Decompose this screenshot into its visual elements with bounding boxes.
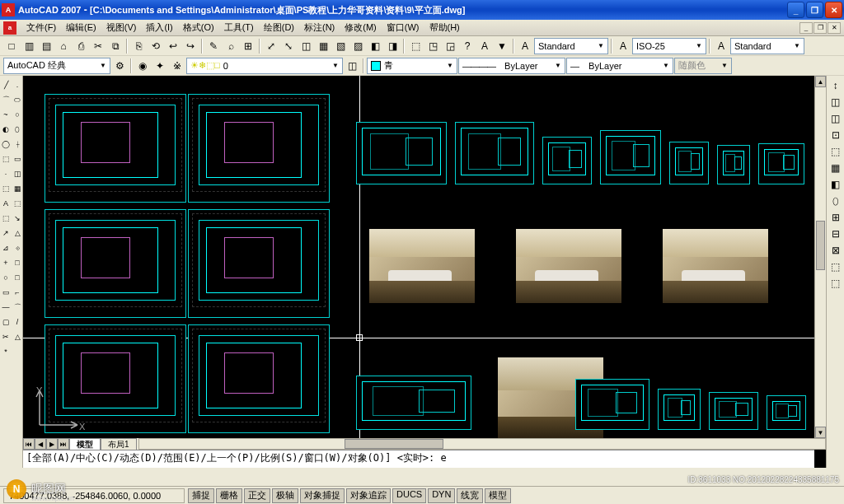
draw-tool-icon[interactable]: ▢	[0, 315, 12, 329]
color-select[interactable]: 青▼	[367, 58, 457, 74]
toolbar-button[interactable]: ↩	[165, 38, 181, 54]
draw-tool-icon[interactable]: ⬚	[0, 152, 12, 166]
modify-tool-icon[interactable]: ⊞	[828, 209, 844, 226]
modify-tool-icon[interactable]: ⬚	[828, 259, 844, 275]
modify-tool-icon[interactable]: ⬯	[828, 193, 844, 209]
window-maximize-button[interactable]: ❐	[806, 2, 823, 18]
draw-tool-icon[interactable]: ⬚	[0, 211, 12, 226]
menu-view[interactable]: 视图(V)	[101, 20, 142, 35]
draw-tool-icon[interactable]: ▭	[0, 285, 12, 300]
vertical-scrollbar[interactable]: ▲ ▼	[814, 76, 826, 438]
draw-tool-icon[interactable]: ⌐	[12, 285, 23, 300]
draw-tool-icon[interactable]: —	[0, 300, 12, 315]
draw-tool-icon[interactable]: ·	[0, 166, 12, 181]
status-toggle[interactable]: 模型	[485, 488, 511, 503]
toolbar-button[interactable]: ⟲	[148, 38, 164, 54]
draw-tool-icon[interactable]: ⬭	[12, 92, 23, 107]
modify-tool-icon[interactable]: ⬚	[828, 275, 844, 292]
scroll-down-icon[interactable]: ▼	[815, 427, 826, 438]
toolbar-button[interactable]: A	[476, 38, 493, 54]
menu-file[interactable]: 文件(F)	[21, 20, 61, 35]
status-toggle[interactable]: 捕捉	[188, 488, 214, 503]
tab-layout1[interactable]: 布局1	[101, 438, 137, 450]
tab-model[interactable]: 模型	[69, 438, 101, 450]
draw-tool-icon[interactable]: △	[12, 226, 23, 240]
status-toggle[interactable]: 线宽	[457, 488, 483, 503]
toolbar-button[interactable]: ✂	[90, 38, 106, 54]
draw-tool-icon[interactable]: ⌒	[12, 300, 23, 315]
text-style-select[interactable]: Standard▼	[534, 38, 608, 54]
style-icon[interactable]: A	[615, 38, 631, 54]
toolbar-button[interactable]: ◳	[424, 38, 441, 54]
menu-window[interactable]: 窗口(W)	[382, 20, 424, 35]
draw-tool-icon[interactable]: △	[12, 329, 23, 344]
status-toggle[interactable]: 栅格	[216, 488, 242, 503]
layer-previous-icon[interactable]: ◫	[344, 58, 360, 74]
window-close-button[interactable]: ✕	[825, 2, 842, 18]
toolbar-button[interactable]: ⧉	[107, 38, 124, 54]
tab-nav-first[interactable]: ⏮	[23, 438, 35, 450]
workspace-settings-icon[interactable]: ⚙	[111, 58, 128, 74]
menu-tools[interactable]: 工具(T)	[219, 20, 259, 35]
toolbar-button[interactable]: ⌂	[55, 38, 72, 54]
toolbar-button[interactable]: ▨	[349, 38, 366, 54]
toolbar-button[interactable]: ▼	[494, 38, 510, 54]
mdi-close-button[interactable]: ✕	[828, 22, 841, 34]
modify-tool-icon[interactable]: ⊟	[828, 226, 844, 242]
toolbar-button[interactable]: ◲	[442, 38, 458, 54]
draw-tool-icon[interactable]: ⬯	[12, 122, 23, 137]
toolbar-button[interactable]: ⤢	[263, 38, 279, 54]
tab-nav-last[interactable]: ⏭	[58, 438, 69, 450]
draw-tool-icon[interactable]: ✂	[0, 329, 12, 344]
draw-tool-icon[interactable]: ◯	[0, 137, 12, 152]
draw-tool-icon[interactable]: *	[0, 344, 12, 359]
draw-tool-icon[interactable]: A	[0, 196, 12, 211]
style-icon[interactable]: A	[517, 38, 533, 54]
menu-dim[interactable]: 标注(N)	[299, 20, 340, 35]
modify-tool-icon[interactable]: ↕	[828, 77, 844, 94]
draw-tool-icon[interactable]: ↘	[12, 211, 23, 226]
draw-tool-icon[interactable]: /	[12, 315, 23, 329]
draw-tool-icon[interactable]: ╱	[0, 77, 12, 92]
toolbar-button[interactable]: ⎘	[130, 38, 147, 54]
dim-style-select[interactable]: ISO-25▼	[632, 38, 706, 54]
mdi-restore-button[interactable]: ❐	[814, 22, 827, 34]
draw-tool-icon[interactable]: ⌒	[0, 92, 12, 107]
draw-tool-icon[interactable]: ⊿	[0, 240, 12, 255]
mdi-minimize-button[interactable]: _	[799, 22, 813, 34]
modify-tool-icon[interactable]: ▦	[828, 160, 844, 176]
draw-tool-icon[interactable]: □	[12, 255, 23, 270]
toolbar-button[interactable]: ⎙	[73, 38, 89, 54]
draw-tool-icon[interactable]: ○	[0, 270, 12, 285]
command-window[interactable]: [全部(A)/中心(C)/动态(D)/范围(E)/上一个(P)/比例(S)/窗口…	[23, 450, 814, 468]
toolbar-button[interactable]: ⤡	[280, 38, 297, 54]
modify-tool-icon[interactable]: ⊡	[828, 127, 844, 143]
toolbar-button[interactable]: ◫	[298, 38, 314, 54]
draw-tool-icon[interactable]: ▭	[12, 152, 23, 166]
modify-tool-icon[interactable]: ◫	[828, 110, 844, 127]
scroll-thumb[interactable]	[816, 221, 825, 270]
toolbar-button[interactable]: ✎	[205, 38, 222, 54]
toolbar-button[interactable]: ◨	[384, 38, 401, 54]
status-toggle[interactable]: DYN	[428, 488, 455, 503]
plotstyle-select[interactable]: 随颜色▼	[674, 58, 732, 74]
modify-tool-icon[interactable]: ◧	[828, 176, 844, 193]
toolbar-button[interactable]: ?	[459, 38, 476, 54]
menu-insert[interactable]: 插入(I)	[141, 20, 177, 35]
status-toggle[interactable]: 对象捕捉	[300, 488, 345, 503]
model-space[interactable]: Y X	[23, 76, 814, 438]
toolbar-button[interactable]: ▥	[21, 38, 37, 54]
menu-modify[interactable]: 修改(M)	[340, 20, 382, 35]
modify-tool-icon[interactable]: ⊠	[828, 242, 844, 259]
tab-nav-next[interactable]: ▶	[46, 438, 58, 450]
toolbar-button[interactable]: ⊞	[240, 38, 256, 54]
lineweight-select[interactable]: — ByLayer▼	[566, 58, 673, 74]
toolbar-button[interactable]: ◧	[367, 38, 383, 54]
status-toggle[interactable]: 极轴	[272, 488, 298, 503]
draw-tool-icon[interactable]: +	[0, 255, 12, 270]
workspace-select[interactable]: AutoCAD 经典▼	[3, 58, 110, 74]
draw-tool-icon[interactable]: ⬚	[12, 196, 23, 211]
draw-tool-icon[interactable]: ~	[0, 107, 12, 122]
toolbar-button[interactable]: ⌕	[223, 38, 239, 54]
draw-tool-icon[interactable]: ⬚	[0, 181, 12, 196]
